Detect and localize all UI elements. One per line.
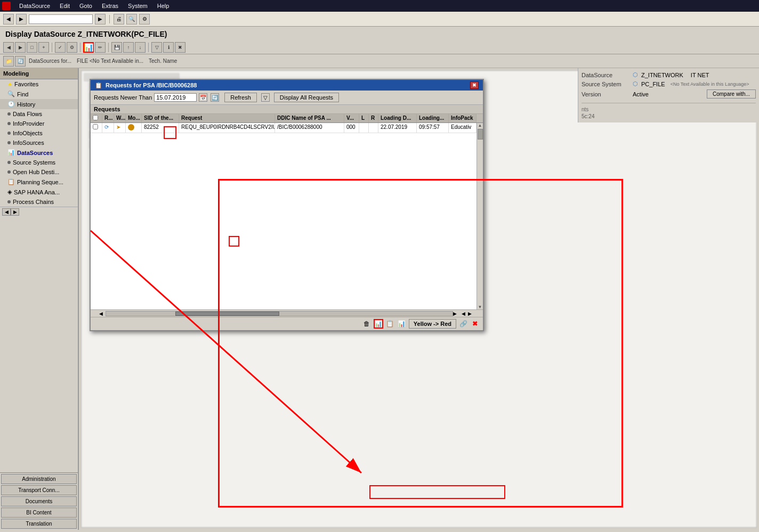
row-select[interactable] xyxy=(91,123,102,133)
scroll-right-btn[interactable]: ▶ xyxy=(453,311,459,316)
save-icon[interactable]: 💾 xyxy=(111,42,122,53)
sidebar-item-dataflows[interactable]: Data Flows xyxy=(0,109,78,119)
go-btn[interactable]: ▶ xyxy=(95,14,106,24)
folder-icon[interactable]: 📁 xyxy=(3,56,14,67)
vertical-scrollbar[interactable]: ▲ ▼ xyxy=(477,123,483,309)
chart2-icon[interactable]: 📊 xyxy=(397,319,407,329)
sidebar-item-saphana[interactable]: ◈ SAP HANA Ana... xyxy=(0,187,78,197)
file-tab[interactable]: FILE <No Text Available in... xyxy=(75,58,146,64)
datasources-tab[interactable]: DataSources for... xyxy=(27,58,74,64)
select-all-checkbox[interactable] xyxy=(93,115,98,120)
sidebar-item-openhub[interactable]: Open Hub Desti... xyxy=(0,167,78,177)
nav-right-btn[interactable]: ▶ xyxy=(11,208,19,216)
back-icon[interactable]: ◀ xyxy=(3,42,14,53)
info-icon[interactable]: ℹ xyxy=(163,42,174,53)
menu-extras[interactable]: Extras xyxy=(98,2,123,10)
row-request: REQU_8EUP0IRDNRB4CD4LSCRV2IUH9 xyxy=(179,123,275,133)
settings-btn[interactable]: ⚙ xyxy=(139,14,150,24)
chart-icon[interactable]: 📊 xyxy=(374,319,383,329)
menu-help[interactable]: Help xyxy=(153,2,174,10)
dot-icon3 xyxy=(7,132,11,135)
dot-icon7 xyxy=(7,200,11,203)
scroll-left2-btn[interactable]: ◀ xyxy=(462,311,468,316)
ss-value: PC_FILE xyxy=(641,81,665,87)
transport-btn[interactable]: Transport Conn... xyxy=(1,485,77,495)
forward-icon[interactable]: ▶ xyxy=(15,42,26,53)
sidebar-bottom: Administration Transport Conn... Documen… xyxy=(0,472,78,530)
row-v: 000 xyxy=(344,123,359,133)
menu-bar: DataSource Edit Goto Extras System Help xyxy=(0,0,759,12)
new-icon[interactable]: + xyxy=(38,42,49,53)
scroll-left-btn[interactable]: ◀ xyxy=(99,311,106,316)
edit-icon[interactable]: ✏ xyxy=(95,42,106,53)
ds-label: DataSource xyxy=(582,72,629,78)
display-all-btn[interactable]: Display All Requests xyxy=(274,93,339,102)
find-btn[interactable]: 🔍 xyxy=(126,14,137,24)
copy-icon[interactable]: 📋 xyxy=(385,319,395,329)
back-btn[interactable]: ◀ xyxy=(3,14,14,24)
scroll-right2-btn[interactable]: ▶ xyxy=(468,311,474,316)
scroll-thumb[interactable] xyxy=(478,129,483,140)
date-refresh-icon[interactable]: 🔄 xyxy=(211,93,219,102)
col-l: L xyxy=(359,114,369,122)
translation-btn[interactable]: Translation xyxy=(1,519,77,529)
upload-icon[interactable]: ↑ xyxy=(123,42,134,53)
menu-datasource[interactable]: DataSource xyxy=(15,2,54,10)
sidebar-item-infosources[interactable]: InfoSources xyxy=(0,138,78,148)
forward-btn[interactable]: ▶ xyxy=(16,14,27,24)
row-mo xyxy=(126,123,142,133)
datasource-icon2: ⬡ xyxy=(633,71,638,78)
sidebar-item-datasources[interactable]: 📊 DataSources xyxy=(0,148,78,158)
download-icon[interactable]: ↓ xyxy=(135,42,146,53)
sidebar-item-history[interactable]: 🕐 History xyxy=(0,99,78,109)
close2-icon[interactable]: ✖ xyxy=(175,42,185,53)
col-mo: Mo... xyxy=(126,114,142,122)
h-scroll-track[interactable] xyxy=(106,311,453,316)
dot-icon5 xyxy=(7,161,11,164)
row-checkbox[interactable] xyxy=(93,124,98,129)
highlighted-icon[interactable]: 📊 xyxy=(83,42,94,53)
compare-btn[interactable]: Compare with... xyxy=(707,89,756,99)
admin-btn[interactable]: Administration xyxy=(1,474,77,484)
menu-edit[interactable]: Edit xyxy=(55,2,74,10)
sidebar-item-source-systems[interactable]: Source Systems xyxy=(0,158,78,167)
delete-icon[interactable]: 🗑 xyxy=(362,319,372,329)
filter-funnel-icon[interactable]: ▽ xyxy=(261,93,270,102)
date-input[interactable] xyxy=(154,93,197,102)
sidebar-item-favorites[interactable]: ★ Favorites xyxy=(0,79,78,89)
dot-icon xyxy=(7,112,11,116)
calendar-icon[interactable]: 📅 xyxy=(199,93,207,102)
refresh2-icon[interactable]: 🔄 xyxy=(15,56,26,67)
menu-system[interactable]: System xyxy=(124,2,152,10)
sidebar-item-find[interactable]: 🔍 Find xyxy=(0,89,78,99)
row-l xyxy=(359,123,369,133)
address-input[interactable] xyxy=(29,14,93,24)
second-toolbar: ◀ ▶ □ + ✓ ⚙ 📊 ✏ 💾 ↑ ↓ ▽ ℹ ✖ xyxy=(0,40,759,54)
sidebar-item-infoobjects[interactable]: InfoObjects xyxy=(0,128,78,138)
window-icon[interactable]: □ xyxy=(27,42,37,53)
bi-content-btn[interactable]: BI Content xyxy=(1,508,77,518)
nav-left-btn[interactable]: ◀ xyxy=(2,208,11,216)
sidebar-item-infoprovider[interactable]: InfoProvider xyxy=(0,119,78,128)
sidebar-item-process-chains[interactable]: Process Chains xyxy=(0,197,78,207)
documents-btn[interactable]: Documents xyxy=(1,496,77,506)
col-select xyxy=(91,114,102,122)
menu-goto[interactable]: Goto xyxy=(75,2,96,10)
print-btn[interactable]: 🖨 xyxy=(114,14,124,24)
ver-label: Version xyxy=(582,91,629,97)
settings2-icon[interactable]: ⚙ xyxy=(67,42,77,53)
check-icon[interactable]: ✓ xyxy=(55,42,66,53)
table-row[interactable]: ⟳ ➤ 82252 REQU_8EUP0IRDNRB4CD4LSCRV2IUH9… xyxy=(91,123,483,133)
scroll-up-btn[interactable]: ▲ xyxy=(478,123,482,128)
yellow-red-btn[interactable]: Yellow -> Red xyxy=(409,319,456,329)
techname-tab[interactable]: Tech. Name xyxy=(147,58,179,64)
link-icon[interactable]: 🔗 xyxy=(458,319,468,329)
scroll-down-btn[interactable]: ▼ xyxy=(478,305,482,309)
close-modal-icon[interactable]: ✖ xyxy=(470,319,480,329)
filter-icon[interactable]: ▽ xyxy=(151,42,162,53)
h-scroll-thumb[interactable] xyxy=(175,312,279,316)
sidebar-item-planning[interactable]: 📋 Planning Seque... xyxy=(0,177,78,187)
modal-close-btn[interactable]: ✖ xyxy=(470,81,479,89)
modal-toolbar: Requests Newer Than 📅 🔄 Refresh ▽ Displa… xyxy=(91,91,483,105)
refresh-btn[interactable]: Refresh xyxy=(224,93,257,102)
